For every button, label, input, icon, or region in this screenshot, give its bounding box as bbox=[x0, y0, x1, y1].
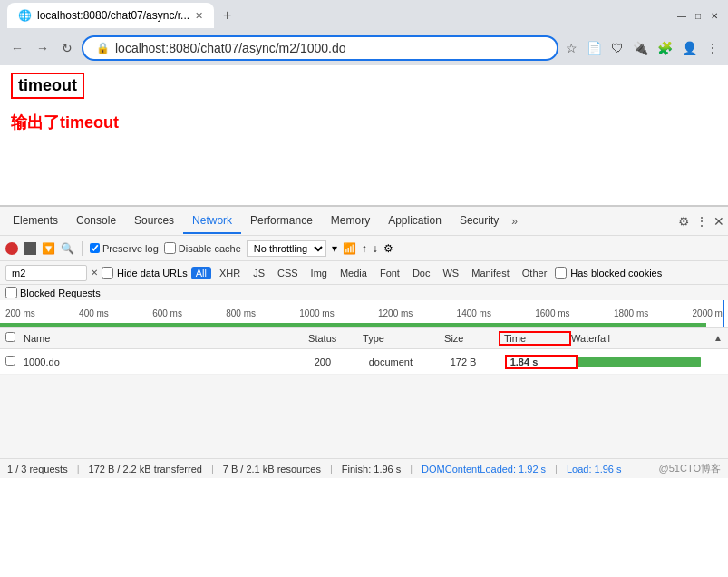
search-icon[interactable]: 🔍 bbox=[61, 242, 74, 255]
active-tab[interactable]: 🌐 localhost:8080/chat07/async/r... ✕ bbox=[7, 3, 214, 28]
timeline-progress-bar bbox=[0, 323, 706, 327]
filter-doc[interactable]: Doc bbox=[408, 267, 435, 279]
bookmark-button[interactable]: ☆ bbox=[564, 39, 579, 57]
hide-data-urls-checkbox[interactable] bbox=[102, 267, 113, 279]
tab-application[interactable]: Application bbox=[379, 209, 451, 234]
refresh-button[interactable]: ↻ bbox=[58, 39, 76, 57]
more-tabs-button[interactable]: » bbox=[508, 210, 521, 233]
back-button[interactable]: ← bbox=[7, 39, 27, 57]
devtools-settings-button[interactable]: ⚙ bbox=[678, 214, 690, 229]
filter-clear-button[interactable]: ✕ bbox=[91, 268, 98, 278]
row-status: 200 bbox=[315, 357, 369, 367]
blocked-requests-row: Blocked Requests bbox=[0, 285, 728, 300]
select-all-checkbox[interactable] bbox=[5, 332, 15, 342]
filter-icon[interactable]: 🔽 bbox=[42, 242, 55, 255]
devtools-panel: Elements Console Sources Network Perform… bbox=[0, 206, 728, 478]
header-check bbox=[5, 332, 24, 344]
hide-data-urls-label[interactable]: Hide data URLs bbox=[102, 267, 188, 279]
row-name: 1000.do bbox=[24, 357, 315, 367]
throttle-select[interactable]: No throttling bbox=[247, 240, 326, 257]
filter-manifest[interactable]: Manifest bbox=[467, 267, 514, 279]
header-type: Type bbox=[363, 333, 444, 344]
tab-close-button[interactable]: ✕ bbox=[195, 10, 203, 22]
waterfall-bar bbox=[578, 357, 701, 367]
forward-button[interactable]: → bbox=[33, 39, 53, 57]
maximize-button[interactable]: □ bbox=[692, 9, 704, 22]
disable-cache-checkbox[interactable] bbox=[164, 242, 176, 254]
tab-security[interactable]: Security bbox=[451, 209, 508, 234]
finish-time: Finish: 1.96 s bbox=[342, 464, 401, 474]
row-checkbox[interactable] bbox=[5, 356, 15, 366]
tl-400: 400 ms bbox=[79, 308, 109, 318]
filter-ws[interactable]: WS bbox=[438, 267, 463, 279]
profile-icon[interactable]: 👤 bbox=[680, 39, 699, 57]
table-header: Name Status Type Size Time Waterfall ▲ bbox=[0, 328, 728, 349]
devtools-close-button[interactable]: ✕ bbox=[713, 214, 724, 229]
shield-icon[interactable]: 🛡 bbox=[609, 39, 626, 57]
timeout-badge: timeout bbox=[11, 73, 84, 99]
record-button[interactable] bbox=[5, 242, 18, 255]
adobe-icon[interactable]: 📄 bbox=[585, 39, 604, 57]
has-blocked-cookies-checkbox[interactable] bbox=[555, 267, 567, 279]
url-text: localhost:8080/chat07/async/m2/1000.do bbox=[115, 41, 544, 55]
dom-content-loaded: DOMContentLoaded: 1.92 s bbox=[422, 464, 546, 474]
minimize-button[interactable]: — bbox=[675, 9, 688, 22]
filter-js[interactable]: JS bbox=[248, 267, 269, 279]
preserve-log-checkbox[interactable] bbox=[90, 243, 100, 253]
tl-600: 600 ms bbox=[152, 308, 182, 318]
address-bar-row: ← → ↻ 🔒 localhost:8080/chat07/async/m2/1… bbox=[0, 31, 728, 65]
address-bar[interactable]: 🔒 localhost:8080/chat07/async/m2/1000.do bbox=[82, 35, 558, 61]
has-blocked-cookies-label[interactable]: Has blocked cookies bbox=[555, 267, 662, 279]
devtools-tabs: Elements Console Sources Network Perform… bbox=[0, 207, 728, 236]
resources-size: 7 B / 2.1 kB resources bbox=[223, 464, 321, 474]
row-waterfall bbox=[578, 357, 723, 367]
extension-icon[interactable]: 🔌 bbox=[631, 39, 650, 57]
puzzle-icon[interactable]: 🧩 bbox=[655, 39, 675, 57]
output-text: 输出了timeout bbox=[11, 112, 717, 133]
tab-network[interactable]: Network bbox=[183, 209, 241, 234]
upload-icon: ↑ bbox=[362, 242, 367, 255]
tab-memory[interactable]: Memory bbox=[322, 209, 379, 234]
close-button[interactable]: ✕ bbox=[708, 9, 721, 22]
new-tab-button[interactable]: + bbox=[218, 2, 237, 29]
header-status: Status bbox=[308, 333, 363, 344]
stop-button[interactable] bbox=[24, 242, 36, 255]
disable-cache-label[interactable]: Disable cache bbox=[164, 242, 241, 254]
blocked-requests-checkbox[interactable] bbox=[5, 287, 17, 298]
transferred-size: 172 B / 2.2 kB transferred bbox=[89, 464, 202, 474]
tab-elements[interactable]: Elements bbox=[4, 209, 67, 234]
tl-2000: 2000 m bbox=[693, 308, 723, 318]
window-controls: — □ ✕ bbox=[675, 9, 721, 22]
tl-800: 800 ms bbox=[226, 308, 256, 318]
header-name: Name bbox=[24, 333, 308, 344]
wifi-icon: 📶 bbox=[343, 242, 356, 255]
filter-bar: ✕ Hide data URLs All XHR JS CSS Img Medi… bbox=[0, 261, 728, 285]
table-row[interactable]: 1000.do 200 document 172 B 1.84 s bbox=[0, 349, 728, 375]
tab-sources[interactable]: Sources bbox=[125, 209, 183, 234]
branding-text: @51CTO博客 bbox=[659, 462, 721, 475]
page-content: timeout 输出了timeout bbox=[0, 65, 728, 206]
browser-toolbar-icons: ☆ 📄 🛡 🔌 🧩 👤 ⋮ bbox=[564, 39, 721, 57]
tl-1200: 1200 ms bbox=[378, 308, 413, 318]
timeline-marker bbox=[723, 300, 724, 327]
sort-icon: ▲ bbox=[713, 333, 723, 343]
filter-media[interactable]: Media bbox=[335, 267, 372, 279]
tl-1000: 1000 ms bbox=[299, 308, 334, 318]
tl-1400: 1400 ms bbox=[457, 308, 491, 318]
menu-button[interactable]: ⋮ bbox=[704, 39, 721, 57]
filter-input[interactable] bbox=[5, 265, 87, 281]
tab-performance[interactable]: Performance bbox=[241, 209, 322, 234]
status-bar: 1 / 3 requests | 172 B / 2.2 kB transfer… bbox=[0, 458, 728, 478]
tab-console[interactable]: Console bbox=[67, 209, 125, 234]
filter-other[interactable]: Other bbox=[518, 267, 552, 279]
devtools-more-button[interactable]: ⋮ bbox=[695, 214, 708, 229]
filter-font[interactable]: Font bbox=[375, 267, 404, 279]
timeline-bar: 200 ms 400 ms 600 ms 800 ms 1000 ms 1200… bbox=[0, 300, 728, 328]
preserve-log-label[interactable]: Preserve log bbox=[90, 243, 159, 254]
filter-img[interactable]: Img bbox=[306, 267, 332, 279]
filter-all[interactable]: All bbox=[191, 267, 211, 279]
filter-xhr[interactable]: XHR bbox=[215, 267, 245, 279]
import-button[interactable]: ⚙ bbox=[383, 242, 393, 255]
filter-css[interactable]: CSS bbox=[273, 267, 303, 279]
timeline-labels: 200 ms 400 ms 600 ms 800 ms 1000 ms 1200… bbox=[5, 308, 723, 318]
